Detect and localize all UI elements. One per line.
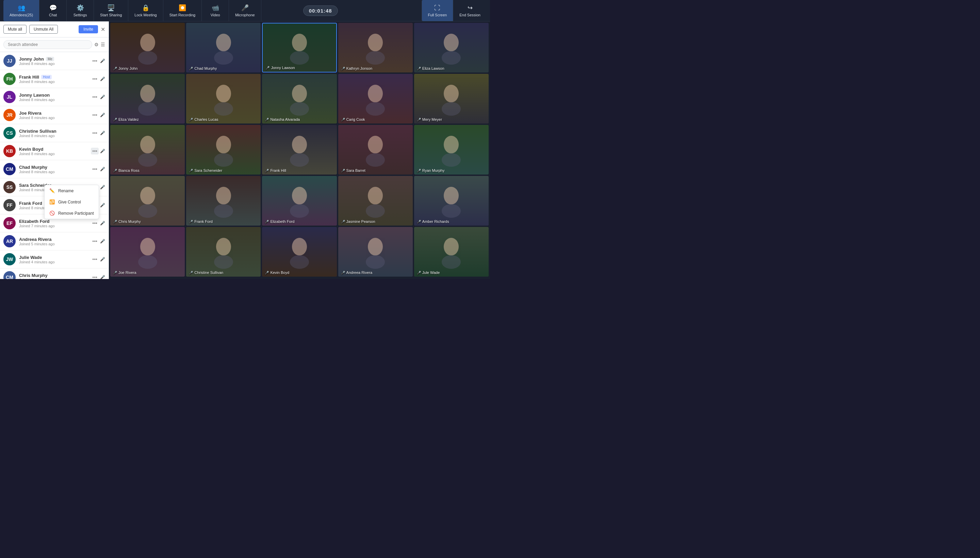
settings-icon: ⚙️ xyxy=(77,4,84,11)
svg-point-5 xyxy=(290,51,309,65)
start-recording-button[interactable]: ⏺️ Start Recording xyxy=(163,0,202,21)
video-tile[interactable]: 🎤 Frank Hill xyxy=(262,125,337,174)
video-tile[interactable]: 🎤 Amber Richards xyxy=(414,176,489,226)
avatar: JJ xyxy=(3,55,16,67)
svg-point-1 xyxy=(138,51,157,65)
video-tile[interactable]: 🎤 Chris Murphy xyxy=(110,176,185,226)
video-tile[interactable]: 🎤 Sara Barret xyxy=(338,125,413,174)
attendee-menu-button[interactable]: ••• xyxy=(91,238,98,245)
video-tile[interactable]: 🎤 Elizabeth Ford xyxy=(262,176,337,226)
attendee-status: Joined 8 minutes ago xyxy=(19,98,87,102)
avatar: CM xyxy=(3,271,16,279)
svg-point-14 xyxy=(292,85,307,102)
video-tile[interactable]: 🎤 Eliza Valdez xyxy=(110,74,185,123)
attendee-menu-button[interactable]: ••• xyxy=(91,220,98,226)
attendee-menu-button[interactable]: ••• xyxy=(91,148,98,154)
video-feed xyxy=(414,176,489,226)
context-menu-item[interactable]: ✏️Rename xyxy=(44,185,98,196)
video-tile[interactable]: 🎤 Jule Wade xyxy=(414,227,489,277)
sort-button[interactable]: ☰ xyxy=(101,42,105,47)
close-sidebar-button[interactable]: ✕ xyxy=(101,26,105,33)
video-feed xyxy=(414,125,489,174)
attendee-item: JJ Jonny John Me Joined 8 minutes ago ••… xyxy=(0,52,108,70)
attendee-name: Chris Murphy xyxy=(19,273,87,278)
svg-point-7 xyxy=(366,51,385,65)
chat-button[interactable]: 💬 Chat xyxy=(39,0,67,21)
mute-all-button[interactable]: Mute all xyxy=(3,25,26,34)
attendee-info: Chad Murphy Joined 8 minutes ago xyxy=(19,165,87,174)
svg-point-21 xyxy=(138,153,157,167)
sharing-icon: 🖥️ xyxy=(107,4,115,11)
microphone-icon: 🎤 xyxy=(241,4,249,11)
invite-button[interactable]: Invite xyxy=(79,25,98,33)
video-tile[interactable]: 🎤 Bianca Ross xyxy=(110,125,185,174)
attendee-info: Kevin Boyd Joined 8 minutes ago xyxy=(19,147,87,156)
video-tile[interactable]: 🎤 Jasmine Pearson xyxy=(338,176,413,226)
svg-point-6 xyxy=(368,34,383,51)
video-tile[interactable]: 🎤 Frank Ford xyxy=(186,176,261,226)
attendee-menu-button[interactable]: ••• xyxy=(91,112,98,118)
attendee-menu-button[interactable]: ••• xyxy=(91,75,98,82)
attendees-icon: 👥 xyxy=(18,4,25,11)
attendee-status: Joined 5 minutes ago xyxy=(19,242,87,246)
video-tile[interactable]: 🎤 Mery Meyer xyxy=(414,74,489,123)
svg-point-39 xyxy=(442,204,461,218)
attendee-menu-button[interactable]: ••• xyxy=(91,130,98,136)
context-menu-item[interactable]: 🚫Remove Participant xyxy=(44,208,98,219)
avatar: JW xyxy=(3,253,16,265)
microphone-button[interactable]: 🎤 Microphone xyxy=(229,0,261,21)
svg-point-12 xyxy=(216,85,231,102)
svg-point-29 xyxy=(442,153,461,167)
attendee-actions: ••• 🎤 xyxy=(91,94,105,100)
end-session-button[interactable]: ↪ End Session xyxy=(453,0,487,21)
svg-point-15 xyxy=(290,102,309,116)
participant-name: 🎤 Bianca Ross xyxy=(113,168,140,172)
video-tile[interactable]: 🎤 Jonny John xyxy=(110,23,185,72)
video-tile[interactable]: 🎤 Chad Murphy xyxy=(186,23,261,72)
attendee-status: Joined 7 minutes ago xyxy=(19,224,87,228)
attendee-menu-button[interactable]: ••• xyxy=(91,274,98,279)
attendee-item: CS Christine Sullivan Joined 8 minutes a… xyxy=(0,124,108,142)
attendees-button[interactable]: 👥 Attendees(25) xyxy=(3,0,39,21)
video-tile[interactable]: 🎤 Eliza Lawson xyxy=(414,23,489,72)
video-tile[interactable]: 🎤 Jonny Lawson xyxy=(262,23,337,72)
video-tile[interactable]: 🎤 Natasha Alvarada xyxy=(262,74,337,123)
video-button[interactable]: 📹 Video xyxy=(202,0,229,21)
filter-button[interactable]: ⚙ xyxy=(94,42,98,47)
sidebar-header: Mute all Unmute All Invite ✕ xyxy=(0,21,108,38)
attendee-menu-button[interactable]: ••• xyxy=(91,94,98,100)
settings-label: Settings xyxy=(74,13,87,17)
lock-meeting-button[interactable]: 🔒 Lock Meeting xyxy=(128,0,163,21)
attendee-menu-button[interactable]: ••• xyxy=(91,166,98,172)
attendee-status: Joined 4 minutes ago xyxy=(19,260,87,264)
video-tile[interactable]: 🎤 Carig Cook xyxy=(338,74,413,123)
mic-on-icon: 🎤 xyxy=(100,77,105,81)
video-tile[interactable]: 🎤 Sara Scheneider xyxy=(186,125,261,174)
attendee-menu-button[interactable]: ••• xyxy=(91,256,98,263)
svg-point-24 xyxy=(292,136,307,153)
video-tile[interactable]: 🎤 Kevin Boyd xyxy=(262,227,337,277)
video-feed xyxy=(186,227,261,277)
video-tile[interactable]: 🎤 Christine Sullivan xyxy=(186,227,261,277)
mic-on-icon: 🎤 xyxy=(100,95,105,99)
svg-point-46 xyxy=(368,238,383,256)
participant-mic-icon: 🎤 xyxy=(113,169,117,172)
video-tile[interactable]: 🎤 Charles Lucas xyxy=(186,74,261,123)
context-menu-item[interactable]: 🔁Give Control xyxy=(44,196,98,208)
start-sharing-button[interactable]: 🖥️ Start Sharing xyxy=(94,0,128,21)
video-tile[interactable]: 🎤 Kathryn Jonson xyxy=(338,23,413,72)
attendee-menu-button[interactable]: ••• xyxy=(91,57,98,64)
participant-mic-icon: 🎤 xyxy=(113,67,117,71)
video-feed xyxy=(338,23,413,72)
unmute-all-button[interactable]: Unmute All xyxy=(29,25,58,34)
search-input[interactable] xyxy=(3,40,92,49)
video-tile[interactable]: 🎤 Joe Rivera xyxy=(110,227,185,277)
attendee-status: Joined 8 minutes ago xyxy=(19,152,87,156)
fullscreen-button[interactable]: ⛶ Full Screen xyxy=(422,0,453,21)
microphone-label: Microphone xyxy=(235,13,254,17)
video-tile[interactable]: 🎤 Ryan Murphy xyxy=(414,125,489,174)
video-tile[interactable]: 🎤 Andreea Rivera xyxy=(338,227,413,277)
settings-button[interactable]: ⚙️ Settings xyxy=(67,0,94,21)
avatar: CM xyxy=(3,163,16,175)
badge-host: Host xyxy=(41,75,52,79)
